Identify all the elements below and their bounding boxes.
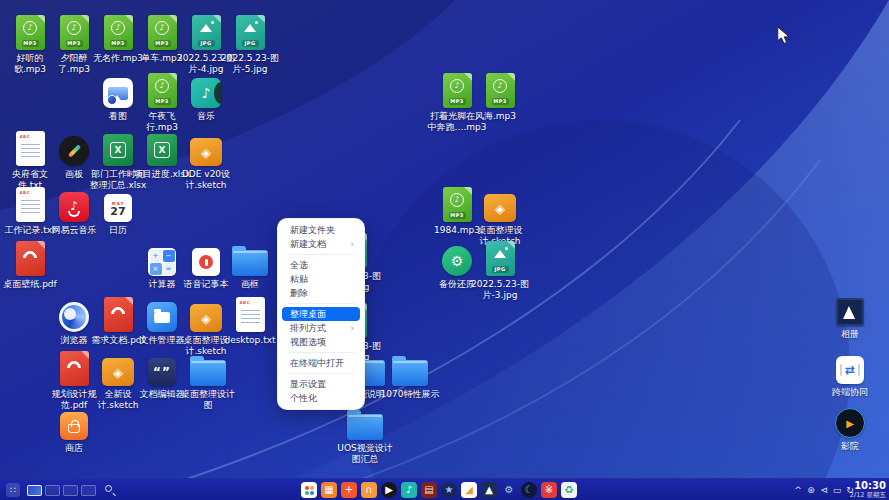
jpg-file-icon: JPG <box>192 15 221 50</box>
workspace-thumbnail-2[interactable] <box>45 485 60 496</box>
mp3-file-icon: ♪MP3 <box>486 73 515 108</box>
desktop-icon-kuaduanxietong[interactable]: ⇄跨端协同 <box>819 348 881 398</box>
workspace-thumbnail-1[interactable] <box>27 485 42 496</box>
taskbar-app-shopping-bag-icon[interactable]: ∩ <box>361 482 377 498</box>
sketch-file-icon: ◈ <box>484 194 516 222</box>
taskbar-app-control-center-icon[interactable]: ⚙ <box>501 482 517 498</box>
desktop-icon-desktop-txt[interactable]: ABCdesktop.txt <box>219 296 281 346</box>
icon-art: ♪MP3 <box>148 14 177 50</box>
desktop-icon-zhuomianbizhi-pdf[interactable]: 桌面壁纸.pdf <box>0 240 61 290</box>
menu-item-new-document[interactable]: 新建文档› <box>282 237 360 251</box>
desktop-icon-label: 2022.5.23-图 片-5.jpg <box>221 53 279 74</box>
folder-icon <box>347 414 383 440</box>
tray-volume-icon[interactable]: ⊲ <box>819 485 829 495</box>
desktop-icon-rili[interactable]: MAY27日历 <box>87 186 149 236</box>
icon-art <box>60 404 88 440</box>
mp3-file-icon: ♪MP3 <box>148 15 177 50</box>
tray-keyboard-icon[interactable]: ▭ <box>832 485 842 495</box>
menu-item-delete[interactable]: 删除 <box>282 286 360 300</box>
desktop-icon-label: 海.mp3 <box>484 111 516 122</box>
clock-date: 2/12 星期五 <box>850 491 886 499</box>
menu-item-view-options[interactable]: 视图选项 <box>282 335 360 349</box>
desktop-icon-label: 桌面壁纸.pdf <box>3 279 56 290</box>
desktop-icon-label: 音乐 <box>197 111 215 122</box>
icon-art: ABC <box>16 186 45 222</box>
taskbar-app-software-center-icon[interactable]: + <box>341 482 357 498</box>
icon-art: ♪MP3 <box>104 14 133 50</box>
desktop-icon-zmzl-sjt-folder[interactable]: 桌面整理设计 图 <box>177 350 239 410</box>
taskbar-app-album-icon[interactable]: ▲ <box>481 482 497 498</box>
clock-time: 10:30 <box>850 480 886 491</box>
menu-item-label: 显示设置 <box>290 379 326 389</box>
menu-item-label: 新建文档 <box>290 239 326 249</box>
icon-art <box>836 290 864 326</box>
workspace-thumbnail-3[interactable] <box>63 485 78 496</box>
icon-art: X <box>103 130 133 166</box>
menu-item-new-folder[interactable]: 新建文件夹 <box>282 223 360 237</box>
menu-separator <box>287 373 355 374</box>
menu-item-label: 排列方式 <box>290 323 326 333</box>
jpg-file-icon: JPG <box>236 15 265 50</box>
launcher-button[interactable]: ∷ <box>6 483 20 497</box>
icon-art <box>148 240 176 276</box>
system-tray: ^⊛⊲▭↻ <box>793 479 855 500</box>
taskbar-app-launcher-grid-icon[interactable] <box>301 482 317 498</box>
text-file-icon: ABC <box>16 131 45 166</box>
menu-item-label: 全选 <box>290 260 308 270</box>
calculator-app-icon <box>148 248 176 276</box>
menu-item-sort-by[interactable]: 排列方式› <box>282 321 360 335</box>
desktop-icon-uos-folder[interactable]: UOS视觉设计 图汇总 <box>334 404 396 464</box>
icon-art: MAY27 <box>104 186 132 222</box>
icon-art <box>190 350 226 386</box>
taskbar-app-dark-browser-icon[interactable]: ☾ <box>521 482 537 498</box>
netease-music-icon: ♪ <box>59 192 89 222</box>
desktop-icon-huakuang-folder[interactable]: 画框 <box>219 240 281 290</box>
desktop-icon-pic5-jpg[interactable]: JPG2022.5.23-图 片-5.jpg <box>219 14 281 74</box>
taskbar-app-red-app-icon[interactable]: ※ <box>541 482 557 498</box>
desktop-icon-zmzl-sketch-right[interactable]: ◈桌面整理设 计.sketch <box>469 186 531 246</box>
icon-art: ABC <box>236 296 265 332</box>
taskbar-app-journal-icon[interactable]: ▤ <box>421 482 437 498</box>
cross-device-sync-icon: ⇄ <box>836 356 864 384</box>
search-icon[interactable] <box>104 484 117 497</box>
icon-art: ♪MP3 <box>486 72 515 108</box>
taskbar-app-assistant-icon[interactable]: ★ <box>441 482 457 498</box>
menu-item-label: 粘贴 <box>290 274 308 284</box>
taskbar-app-music-app-icon[interactable]: ♪ <box>401 482 417 498</box>
desktop-icon-hai-mp3[interactable]: ♪MP3海.mp3 <box>469 72 531 122</box>
menu-item-select-all[interactable]: 全选 <box>282 258 360 272</box>
taskbar-app-media-player-icon[interactable]: ▶ <box>381 482 397 498</box>
menu-item-organize-desktop[interactable]: 整理桌面 <box>282 307 360 321</box>
desktop-icon-tx1070-folder[interactable]: 1070特性展示 <box>379 350 441 400</box>
menu-item-label: 在终端中打开 <box>290 358 344 368</box>
icon-art: ♪MP3 <box>148 72 177 108</box>
desktop-icon-label: 桌面整理设计 图 <box>181 389 235 410</box>
clock[interactable]: 10:30 2/12 星期五 <box>850 480 886 499</box>
workspace-thumbnail-4[interactable] <box>81 485 96 496</box>
menu-separator <box>287 254 355 255</box>
icon-art <box>392 350 428 386</box>
desktop-icon-yinyue[interactable]: ♪音乐 <box>175 72 237 122</box>
tray-expand-icon[interactable]: ^ <box>793 485 803 495</box>
menu-separator <box>287 303 355 304</box>
menu-item-display-settings[interactable]: 显示设置 <box>282 377 360 391</box>
submenu-arrow-icon: › <box>350 323 354 333</box>
taskbar-app-trash-icon[interactable]: ♻ <box>561 482 577 498</box>
tray-input-method-icon[interactable]: ⊛ <box>806 485 816 495</box>
desktop-icon-dde-sketch[interactable]: ◈DDE v20设 计.sketch <box>175 130 237 190</box>
desktop-icon-shangdian[interactable]: 商店 <box>43 404 105 454</box>
menu-item-personalize[interactable]: 个性化 <box>282 391 360 405</box>
desktop-icon-pic3-jpg[interactable]: JPG2022.5.23-图 片-3.jpg <box>469 240 531 300</box>
taskbar-app-photos-icon[interactable]: ◢ <box>461 482 477 498</box>
desktop-icon-label: 夕阳醉 了.mp3 <box>58 53 90 74</box>
menu-item-paste[interactable]: 粘贴 <box>282 272 360 286</box>
desktop-icon-label: 日历 <box>109 225 127 236</box>
mp3-file-icon: ♪MP3 <box>16 15 45 50</box>
sketch-file-icon: ◈ <box>190 138 222 166</box>
menu-item-label: 删除 <box>290 288 308 298</box>
menu-item-open-in-terminal[interactable]: 在终端中打开 <box>282 356 360 370</box>
taskbar-app-app-store-icon[interactable]: ▦ <box>321 482 337 498</box>
desktop-icon-xiangce[interactable]: 相册 <box>819 290 881 340</box>
desktop-icon-yingyuan[interactable]: ▶影院 <box>819 402 881 452</box>
workspace-switcher <box>27 485 96 496</box>
